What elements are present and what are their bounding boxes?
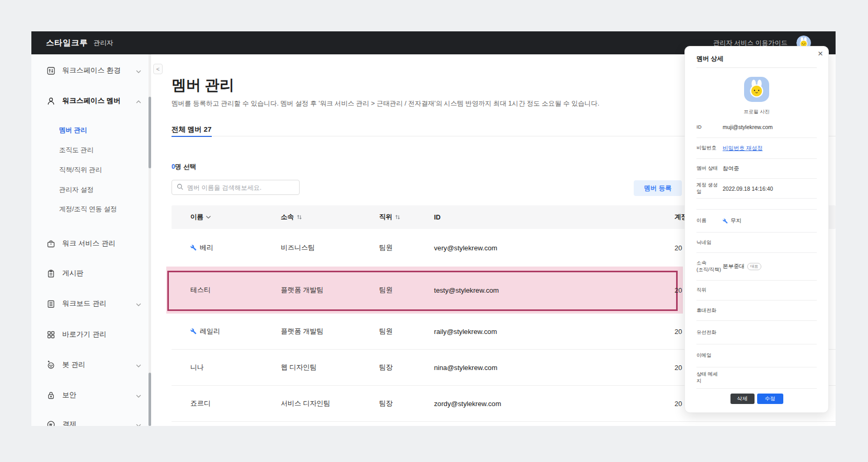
sidebar-item-security[interactable]: 보안 (46, 389, 141, 401)
member-position-cell: 팀원 (379, 327, 393, 336)
chevron-down-icon (136, 67, 141, 75)
field-row-id: ID muji@stylekrew.com (696, 117, 817, 138)
member-created-cell: 20 (675, 328, 682, 336)
profile-section: 프로필 사진 (685, 77, 828, 116)
member-id-cell: zordy@stylekrew.com (434, 400, 501, 408)
member-id-cell: nina@stylekrew.com (434, 364, 497, 372)
admin-wrench-icon (190, 328, 197, 334)
member-position-cell: 팀장 (379, 363, 393, 372)
close-icon[interactable]: × (818, 49, 823, 59)
screen-background: 스타일크루 관리자 관리자 서비스 이용가이드 워크스페이스 환경 (0, 0, 868, 462)
sidebar-item-label: 보안 (62, 390, 76, 400)
edit-button[interactable]: 수정 (757, 394, 783, 404)
member-org-cell: 플랫폼 개발팀 (281, 285, 324, 295)
member-name-cell: 테스티 (190, 285, 211, 295)
column-header-name[interactable]: 이름 (190, 205, 211, 229)
sidebar-item-shortcut[interactable]: 바로가기 관리 (46, 328, 141, 341)
field-row-org: 소속(조직/직책) 본부중대 대표 (696, 253, 817, 281)
chevron-up-icon (136, 97, 141, 105)
member-position-cell: 팀원 (379, 243, 393, 252)
muzi-avatar-icon (744, 77, 769, 102)
member-created-cell: 20 (675, 286, 682, 294)
delete-button[interactable]: 삭제 (730, 394, 755, 404)
member-id-cell: testy@stylekrew.com (434, 286, 499, 294)
highlight-border (167, 271, 678, 311)
member-position-cell: 팀장 (379, 399, 393, 408)
sidebar-subitem-admin-settings[interactable]: 관리자 설정 (59, 184, 94, 195)
admin-wrench-icon (723, 218, 728, 224)
lock-icon (46, 390, 55, 400)
sidebar-collapse-button[interactable]: < (153, 64, 163, 74)
field-row-nickname: 닉네임 (696, 233, 817, 253)
field-row-position: 직위 (696, 281, 817, 301)
selection-count: 0명 선택 (172, 163, 196, 171)
sidebar-item-label: 워크 서비스 관리 (62, 239, 116, 248)
person-icon (46, 96, 55, 106)
app-window: 스타일크루 관리자 관리자 서비스 이용가이드 워크스페이스 환경 (31, 31, 836, 426)
page-title: 멤버 관리 (172, 75, 234, 95)
member-created-cell: 20 (675, 244, 682, 252)
panel-title: 멤버 상세 (696, 54, 723, 63)
grid-icon (46, 330, 55, 339)
sidebar: 워크스페이스 환경 워크스페이스 멤버 멤버 관리 조직도 관리 직책/직위 관… (31, 54, 149, 426)
column-header-id: ID (434, 205, 441, 229)
field-row-name: 이름 무지 (696, 210, 817, 233)
sidebar-item-label: 봇 관리 (62, 360, 85, 369)
brand-logo[interactable]: 스타일크루 (46, 38, 88, 49)
member-created-cell: 20 (675, 400, 682, 408)
sidebar-item-label: 워크스페이스 멤버 (62, 96, 121, 106)
field-row-email: 이메일 (696, 344, 817, 367)
column-header-position[interactable]: 직위 (379, 205, 401, 229)
sidebar-item-workboard[interactable]: 워크보드 관리 (46, 297, 141, 310)
sidebar-item-bulletin[interactable]: 게시판 (46, 267, 141, 280)
scrollbar-thumb[interactable] (149, 97, 151, 168)
chevron-down-icon (136, 421, 141, 426)
field-row-landline: 유선전화 (696, 321, 817, 344)
column-header-org[interactable]: 소속 (281, 205, 302, 229)
sidebar-item-label: 워크스페이스 환경 (62, 66, 121, 75)
detail-fields: ID muji@stylekrew.com 비밀번호 비밀번호 재설정 멤버 상… (696, 117, 817, 389)
member-org-cell: 플랫폼 개발팀 (281, 327, 324, 336)
section-gap (696, 199, 817, 210)
sidebar-subitem-title-position[interactable]: 직책/직위 관리 (59, 165, 102, 175)
member-id-cell: raily@stylekrew.com (434, 328, 497, 336)
document-lines-icon (46, 299, 55, 308)
sidebar-item-work-service[interactable]: 워크 서비스 관리 (46, 237, 141, 250)
sidebar-item-label: 바로가기 관리 (62, 330, 107, 339)
chevron-down-icon (136, 391, 141, 399)
briefcase-icon (46, 239, 55, 248)
sidebar-item-payment[interactable]: 결제 (46, 418, 141, 426)
role-badge: 대표 (747, 263, 761, 270)
page-description: 멤버를 등록하고 관리할 수 있습니다. 멤버 설정 후 '워크 서비스 관리 … (172, 99, 599, 108)
panel-buttons: 삭제 수정 (696, 394, 817, 404)
member-name-cell: 죠르디 (190, 399, 211, 408)
sidebar-subitem-account-sync[interactable]: 계정/조직 연동 설정 (59, 204, 117, 214)
field-row-status: 멤버 상태 참여중 (696, 159, 817, 179)
field-row-mobile: 휴대전화 (696, 301, 817, 321)
brand-sub-label: 관리자 (94, 39, 113, 48)
sidebar-item-workspace-env[interactable]: 워크스페이스 환경 (46, 64, 141, 77)
sidebar-item-label: 결제 (62, 420, 76, 426)
password-reset-link[interactable]: 비밀번호 재설정 (723, 145, 762, 152)
sliders-icon (46, 66, 55, 75)
member-position-cell: 팀원 (379, 285, 393, 295)
sidebar-scrollbar[interactable] (149, 54, 151, 426)
profile-photo-label: 프로필 사진 (685, 109, 828, 116)
sidebar-item-label: 워크보드 관리 (62, 299, 107, 308)
sidebar-item-bot[interactable]: 봇 관리 (46, 359, 141, 371)
robot-icon (46, 360, 55, 369)
member-register-button[interactable]: 멤버 등록 (634, 180, 682, 196)
sidebar-subitem-member-management[interactable]: 멤버 관리 (59, 125, 87, 135)
scrollbar-thumb[interactable] (149, 373, 151, 426)
member-search-box (172, 180, 300, 195)
admin-wrench-icon (190, 245, 197, 251)
tab-all-members[interactable]: 전체 멤버 27 (172, 125, 212, 137)
member-name-cell: 니나 (190, 363, 204, 372)
field-row-status-message: 상태 메세지 (696, 367, 817, 389)
profile-photo[interactable] (744, 77, 769, 102)
member-search-input[interactable] (187, 184, 294, 191)
sidebar-item-workspace-member[interactable]: 워크스페이스 멤버 (46, 95, 141, 107)
field-row-created: 계정 생성일 2022.09.18 14:16:40 (696, 179, 817, 199)
sidebar-subitem-org-chart[interactable]: 조직도 관리 (59, 145, 94, 155)
chevron-down-icon (136, 361, 141, 369)
